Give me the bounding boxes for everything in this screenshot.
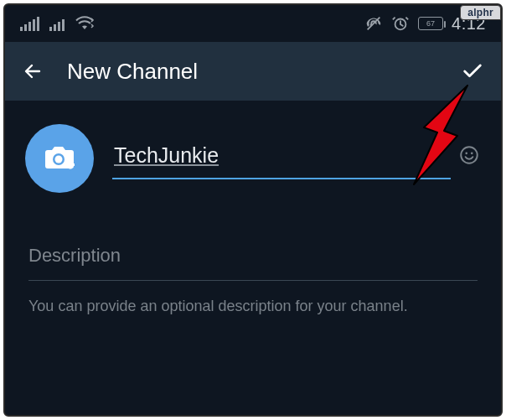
screenshot-frame: alphr [3, 3, 503, 417]
description-hint: You can provide an optional description … [28, 296, 478, 317]
svg-rect-4 [70, 161, 72, 169]
battery-icon: 67 [418, 17, 443, 30]
eye-off-icon [364, 14, 383, 33]
camera-add-icon [43, 143, 76, 174]
emoji-button[interactable] [457, 143, 481, 167]
app-header: New Channel [5, 42, 501, 101]
wifi-icon [75, 16, 95, 31]
form-content: You can provide an optional description … [5, 101, 501, 340]
svg-point-7 [471, 152, 473, 154]
svg-point-2 [55, 156, 63, 163]
svg-point-6 [465, 152, 467, 154]
watermark-badge: alphr [460, 5, 501, 20]
svg-point-5 [461, 147, 478, 163]
signal-2-icon [49, 16, 65, 31]
back-button[interactable] [22, 60, 44, 82]
smiley-icon [458, 144, 480, 166]
channel-name-input[interactable] [112, 138, 451, 179]
page-title: New Channel [67, 59, 437, 85]
channel-photo-button[interactable] [25, 124, 94, 193]
confirm-button[interactable] [461, 60, 484, 83]
signal-1-icon [20, 16, 39, 31]
status-bar: 67 4:12 [5, 5, 501, 42]
description-input[interactable] [28, 241, 478, 281]
alarm-icon [391, 14, 410, 33]
